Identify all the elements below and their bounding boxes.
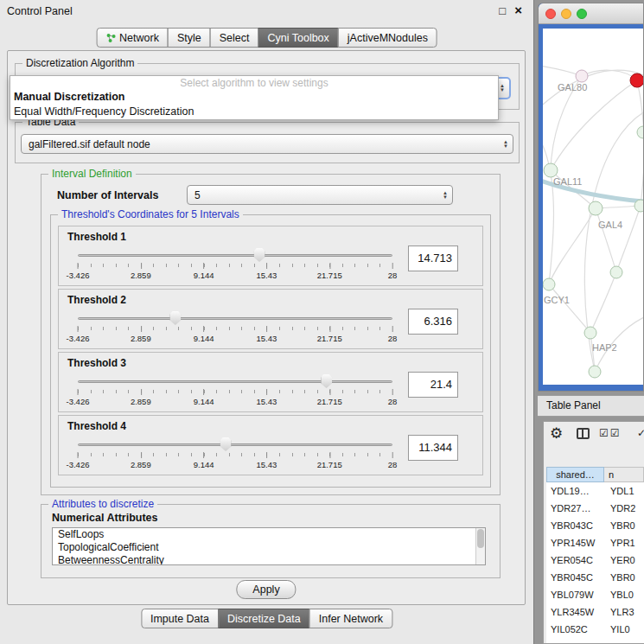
columns-icon[interactable] bbox=[577, 428, 590, 439]
tab-cyni-toolbox[interactable]: Cyni Toolbox bbox=[258, 28, 338, 48]
tick-label: 9.144 bbox=[194, 397, 214, 406]
close-icon[interactable]: × bbox=[514, 3, 522, 17]
attributes-group: Attributes to discretize Numerical Attri… bbox=[41, 504, 501, 578]
table-cell[interactable]: YDR2 bbox=[604, 500, 635, 517]
dropdown-option-manual[interactable]: Manual Discretization bbox=[14, 90, 125, 104]
slider-thumb[interactable] bbox=[220, 437, 232, 451]
tab-impute-data[interactable]: Impute Data bbox=[141, 609, 219, 628]
float-window-icon[interactable]: □ bbox=[499, 4, 506, 17]
table-row[interactable]: YER054CYER0 bbox=[546, 552, 644, 569]
slider-thumb[interactable] bbox=[254, 248, 265, 262]
table-cell[interactable]: YPR145W bbox=[546, 534, 604, 552]
node-label: HAP2 bbox=[592, 342, 617, 353]
table-cell[interactable]: YDR27… bbox=[546, 500, 604, 517]
network-node[interactable] bbox=[637, 126, 644, 138]
network-node[interactable] bbox=[584, 327, 596, 339]
dropdown-option-equal-width[interactable]: Equal Width/Frequency Discretization bbox=[14, 105, 194, 118]
table-cell[interactable]: YIL0 bbox=[604, 621, 630, 638]
tab-infer-network[interactable]: Infer Network bbox=[309, 609, 392, 628]
network-node[interactable] bbox=[576, 70, 588, 82]
slider-thumb[interactable] bbox=[321, 374, 332, 388]
slider-track[interactable] bbox=[78, 380, 392, 383]
threshold-value-field[interactable]: 14.713 bbox=[408, 245, 458, 271]
table-row[interactable]: YDL19…YDL1 bbox=[546, 482, 644, 500]
network-node[interactable] bbox=[610, 266, 622, 278]
tab-discretize-data[interactable]: Discretize Data bbox=[218, 609, 310, 628]
slider-track[interactable] bbox=[78, 317, 392, 320]
table-cell[interactable]: YBL0 bbox=[604, 586, 634, 603]
list-item[interactable]: BetweennessCentrality bbox=[53, 554, 485, 565]
tab-label: jActiveMNodules bbox=[348, 32, 428, 44]
tick-label: 28 bbox=[388, 460, 398, 469]
slider-track[interactable] bbox=[78, 254, 392, 257]
tab-network[interactable]: Network bbox=[96, 28, 169, 48]
table-row[interactable]: YBR043CYBR0 bbox=[546, 517, 644, 534]
threshold-slider: -3.4262.8599.14415.4321.71528 bbox=[78, 437, 392, 473]
table-cell[interactable]: YBR0 bbox=[604, 517, 635, 534]
table-cell[interactable]: YBR045C bbox=[546, 569, 604, 586]
list-item[interactable]: TopologicalCoefficient bbox=[53, 541, 485, 554]
threshold-value-field[interactable]: 6.316 bbox=[408, 309, 458, 335]
threshold-value-field[interactable]: 21.4 bbox=[408, 372, 458, 398]
table-cell[interactable]: YPR1 bbox=[604, 534, 635, 552]
table-row[interactable]: YBL079WYBL0 bbox=[546, 586, 644, 603]
table-cell[interactable]: YER054C bbox=[546, 552, 604, 569]
table-cell[interactable]: YIL052C bbox=[546, 621, 604, 638]
number-of-intervals-label: Number of Intervals bbox=[57, 189, 158, 201]
table-row[interactable]: YBR045CYBR0 bbox=[546, 569, 644, 586]
table-row[interactable]: YPR145WYPR1 bbox=[546, 534, 644, 552]
network-node[interactable] bbox=[634, 200, 644, 212]
threshold-value-field[interactable]: 11.344 bbox=[408, 435, 458, 461]
tick-label-row: -3.4262.8599.14415.4321.71528 bbox=[78, 271, 392, 280]
zoom-traffic-light-icon[interactable] bbox=[577, 9, 587, 19]
network-node[interactable] bbox=[589, 366, 601, 378]
column-header-name[interactable]: n bbox=[604, 467, 644, 482]
scrollbar-thumb[interactable] bbox=[477, 529, 484, 548]
select-columns-icon[interactable]: ☑☑ bbox=[599, 427, 622, 439]
table-panel-header: Table Panel bbox=[538, 395, 644, 417]
table-data-combobox[interactable]: galFiltered.sif default node ▲▼ bbox=[21, 134, 513, 154]
column-header-shared-name[interactable]: shared… bbox=[546, 467, 604, 482]
table-header-row: shared… n bbox=[546, 467, 644, 482]
node-label: GCY1 bbox=[544, 295, 570, 305]
tab-style[interactable]: Style bbox=[168, 28, 211, 48]
check-icon[interactable]: ✓ bbox=[637, 427, 644, 439]
list-item[interactable]: SelfLoops bbox=[53, 528, 485, 541]
combobox-value: 5 bbox=[194, 189, 201, 201]
network-window-titlebar[interactable] bbox=[539, 3, 643, 24]
table-cell[interactable]: YBR0 bbox=[604, 569, 635, 586]
table-cell[interactable]: YER0 bbox=[604, 552, 635, 569]
tab-select[interactable]: Select bbox=[210, 28, 259, 48]
table-cell[interactable]: YBR043C bbox=[546, 517, 604, 534]
numerical-attributes-list[interactable]: SelfLoopsTopologicalCoefficientBetweenne… bbox=[52, 527, 486, 565]
network-node[interactable] bbox=[589, 201, 603, 215]
gear-icon[interactable]: ⚙ bbox=[550, 424, 563, 443]
close-traffic-light-icon[interactable] bbox=[545, 9, 556, 19]
network-node[interactable] bbox=[544, 163, 558, 177]
tick-label-row: -3.4262.8599.14415.4321.71528 bbox=[78, 460, 392, 469]
table-cell[interactable]: YDL19… bbox=[546, 482, 604, 500]
table-row[interactable]: YLR345WYLR3 bbox=[546, 603, 644, 621]
table-cell[interactable]: YLR3 bbox=[604, 603, 634, 621]
slider-track[interactable] bbox=[78, 443, 392, 446]
number-of-intervals-combobox[interactable]: 5 ▲▼ bbox=[187, 185, 453, 205]
list-scrollbar[interactable] bbox=[475, 528, 485, 564]
table-row[interactable]: YIL052CYIL0 bbox=[546, 621, 644, 638]
table-cell[interactable]: YLR345W bbox=[546, 603, 604, 621]
tab-jactivemnodules[interactable]: jActiveMNodules bbox=[338, 28, 437, 48]
stepper-icon: ▲▼ bbox=[500, 84, 505, 92]
slider-ticks bbox=[78, 327, 392, 330]
slider-thumb[interactable] bbox=[169, 311, 181, 325]
table-row[interactable]: YDR27…YDR2 bbox=[546, 500, 644, 517]
group-title-interval: Interval Definition bbox=[48, 168, 136, 180]
network-node[interactable] bbox=[543, 278, 555, 290]
table-cell[interactable]: YBL079W bbox=[546, 586, 604, 603]
table-cell[interactable]: YDL1 bbox=[604, 482, 634, 500]
apply-button[interactable]: Apply bbox=[236, 580, 296, 599]
network-canvas[interactable]: GAL80GAL11GAL4GCY1HAP2 bbox=[543, 29, 644, 385]
minimize-traffic-light-icon[interactable] bbox=[561, 9, 571, 19]
network-graph: GAL80GAL11GAL4GCY1HAP2 bbox=[543, 29, 644, 385]
network-node[interactable] bbox=[630, 73, 644, 87]
tick-label: 28 bbox=[388, 397, 398, 406]
tick-label: -3.426 bbox=[67, 460, 90, 469]
